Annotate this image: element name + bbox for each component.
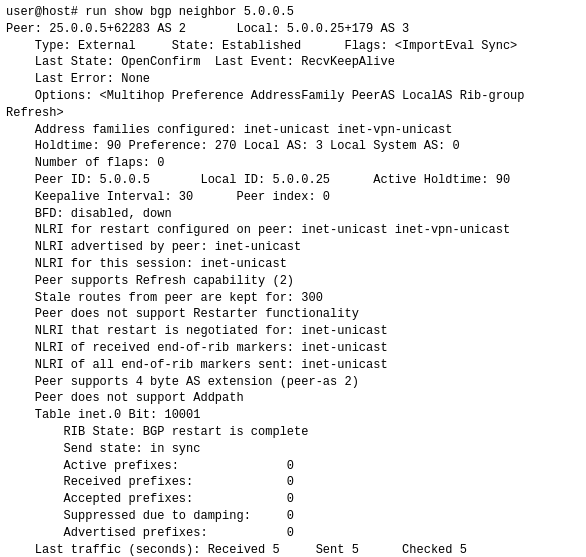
terminal-line: Peer ID: 5.0.0.5 Local ID: 5.0.0.25 Acti… — [6, 172, 580, 189]
terminal-line: Keepalive Interval: 30 Peer index: 0 — [6, 189, 580, 206]
terminal-line: Number of flaps: 0 — [6, 155, 580, 172]
terminal-line: BFD: disabled, down — [6, 206, 580, 223]
terminal-line: Peer: 25.0.0.5+62283 AS 2 Local: 5.0.0.2… — [6, 21, 580, 38]
terminal-line: Address families configured: inet-unicas… — [6, 122, 580, 139]
terminal-line: Active prefixes: 0 — [6, 458, 580, 475]
terminal-line: Stale routes from peer are kept for: 300 — [6, 290, 580, 307]
terminal-line: Refresh> — [6, 105, 580, 122]
terminal-line: Last State: OpenConfirm Last Event: Recv… — [6, 54, 580, 71]
terminal-line: RIB State: BGP restart is complete — [6, 424, 580, 441]
terminal-line: Peer does not support Addpath — [6, 390, 580, 407]
terminal-line: NLRI of all end-of-rib markers sent: ine… — [6, 357, 580, 374]
terminal-line: NLRI for this session: inet-unicast — [6, 256, 580, 273]
terminal-line: Peer does not support Restarter function… — [6, 306, 580, 323]
terminal-line: Advertised prefixes: 0 — [6, 525, 580, 542]
terminal-output: user@host# run show bgp neighbor 5.0.0.5… — [6, 4, 580, 557]
terminal-line: Last Error: None — [6, 71, 580, 88]
terminal-line: Send state: in sync — [6, 441, 580, 458]
terminal-line: Peer supports 4 byte AS extension (peer-… — [6, 374, 580, 391]
terminal-line: Accepted prefixes: 0 — [6, 491, 580, 508]
terminal-line: NLRI for restart configured on peer: ine… — [6, 222, 580, 239]
terminal-line: Type: External State: Established Flags:… — [6, 38, 580, 55]
terminal-line: NLRI of received end-of-rib markers: ine… — [6, 340, 580, 357]
terminal-line: Options: <Multihop Preference AddressFam… — [6, 88, 580, 105]
terminal-line: Holdtime: 90 Preference: 270 Local AS: 3… — [6, 138, 580, 155]
terminal-line: Suppressed due to damping: 0 — [6, 508, 580, 525]
terminal-line: NLRI advertised by peer: inet-unicast — [6, 239, 580, 256]
terminal-line: NLRI that restart is negotiated for: ine… — [6, 323, 580, 340]
terminal-line: Last traffic (seconds): Received 5 Sent … — [6, 542, 580, 558]
terminal-line: Received prefixes: 0 — [6, 474, 580, 491]
terminal-line: Peer supports Refresh capability (2) — [6, 273, 580, 290]
terminal-line: Table inet.0 Bit: 10001 — [6, 407, 580, 424]
terminal-line: user@host# run show bgp neighbor 5.0.0.5 — [6, 4, 580, 21]
